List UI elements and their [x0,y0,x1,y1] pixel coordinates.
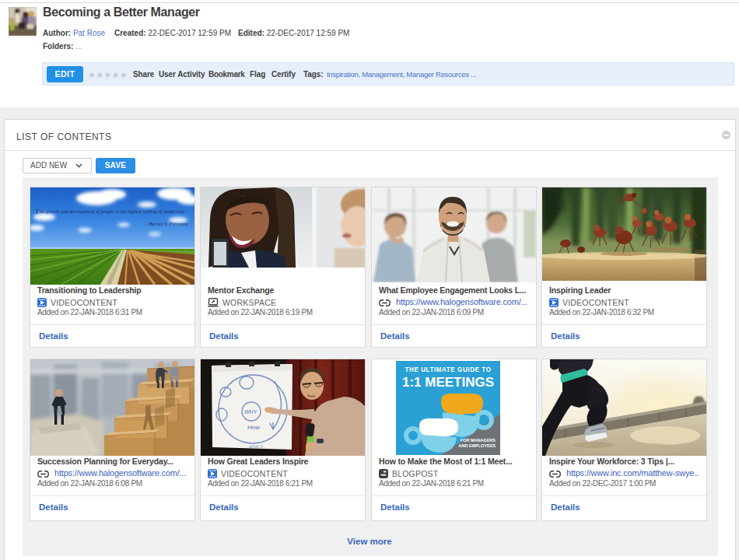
svg-text:what if...: what if... [249,444,266,449]
svg-text:THE ULTIMATE GUIDE TO: THE ULTIMATE GUIDE TO [405,366,491,373]
svg-text:WHY: WHY [244,409,258,415]
svg-text:1:1 MEETINGS: 1:1 MEETINGS [402,375,494,390]
svg-text:- Harvey S. Firestone: - Harvey S. Firestone [145,221,188,226]
svg-text:he growth and development of p: he growth and development of people is t… [40,208,184,214]
svg-text:AND EMPLOYEES: AND EMPLOYEES [458,443,496,448]
svg-text:How: How [247,424,261,431]
svg-text:FOR MANAGERS: FOR MANAGERS [461,438,496,443]
